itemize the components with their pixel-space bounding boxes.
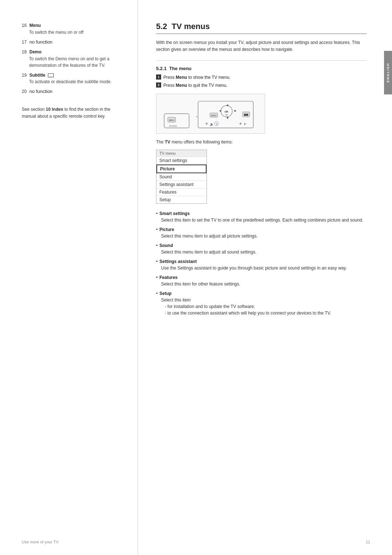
footer-right: 11	[366, 540, 370, 544]
footer-left: Use more of your TV	[22, 540, 58, 544]
bullet-dot-3: •	[156, 242, 158, 249]
svg-text:+: +	[205, 121, 208, 127]
svg-text:•: •	[196, 115, 197, 118]
item-label-20: no function	[29, 89, 53, 94]
bullet-sound: •Sound Select this menu item to adjust a…	[156, 242, 367, 255]
section-title: 5.2 TV menus	[156, 22, 367, 34]
svg-text:✕: ✕	[216, 123, 218, 126]
bullet-title-4: Settings assistant	[159, 259, 197, 264]
svg-text:+: +	[239, 121, 242, 127]
step-text-1: Press Menu to show the TV menu.	[163, 74, 230, 81]
left-column: 16 Menu To switch the menu on or off 17 …	[0, 0, 138, 555]
item-number-17: 17	[22, 40, 26, 45]
bullet-picture: •Picture Select this menu item to adjust…	[156, 226, 367, 239]
svg-text:▲: ▲	[226, 103, 229, 107]
menu-row-picture: Picture	[156, 165, 207, 173]
list-item-20: 20 no function	[22, 88, 123, 95]
bullet-desc-3: Select this menu item to adjust all soun…	[161, 249, 367, 255]
tv-menu-offer-text: The TV menu offers the following items:	[156, 139, 367, 145]
item-number-19: 19	[22, 73, 26, 78]
tv-menu-box: TV menu Smart settings Picture Sound Set…	[156, 150, 207, 204]
subsection-heading: The menu	[169, 66, 191, 71]
svg-text:⬛⬛: ⬛⬛	[244, 114, 249, 116]
item-desc-19: To activate or deactivate the subtitle m…	[29, 78, 123, 85]
list-item-16: 16 Menu To switch the menu on or off	[22, 22, 123, 36]
svg-text:MENU: MENU	[169, 119, 175, 121]
item-label-18: Demo	[29, 49, 41, 54]
bullet-desc-4: Use the Settings assistant to guide you …	[161, 265, 367, 271]
bullet-desc-5: Select this item for other feature setti…	[161, 281, 367, 287]
step-num-2: 2	[156, 82, 161, 88]
bullet-dot-5: •	[156, 274, 158, 281]
menu-row-header: TV menu	[156, 150, 207, 157]
bullet-desc-1: Select this item to set the TV to one of…	[161, 217, 367, 223]
svg-text:BROWSE: BROWSE	[169, 126, 177, 127]
subsection-title: 5.2.1 The menu	[156, 66, 367, 71]
bullet-title-6: Setup	[159, 291, 171, 296]
bullet-dot-6: •	[156, 290, 158, 297]
bullet-dot-1: •	[156, 210, 158, 217]
bullet-desc-2: Select this menu item to adjust all pict…	[161, 233, 367, 239]
divider	[156, 60, 367, 61]
menu-row-features: Features	[156, 189, 207, 196]
svg-text:▼: ▼	[226, 116, 229, 120]
menu-row-sound: Sound	[156, 173, 207, 181]
item-number-18: 18	[22, 49, 26, 54]
bullet-dot-4: •	[156, 258, 158, 265]
step-num-1: 1	[156, 74, 161, 80]
item-desc-18: To switch the Demo menu on and to get a …	[29, 56, 123, 69]
right-column: 5.2 TV menus With the on screen menus yo…	[138, 0, 392, 555]
bullet-dot-2: •	[156, 226, 158, 233]
menu-row-smart-settings: Smart settings	[156, 157, 207, 165]
svg-text:P: P	[244, 123, 246, 126]
remote-illustration: MENU BROWSE OK list ◄ ► ▲ ▼ • MENU	[156, 94, 265, 134]
svg-text:OK: OK	[225, 110, 228, 113]
svg-text:►: ►	[234, 109, 237, 113]
item-number-16: 16	[22, 23, 26, 28]
footer: Use more of your TV 11	[22, 540, 370, 544]
step-text-2: Press Menu to quit the TV menu.	[163, 82, 228, 89]
subtitle-icon: ...	[48, 73, 54, 77]
bullet-title-1: Smart settings	[159, 211, 189, 216]
bullet-title-2: Picture	[159, 227, 174, 232]
side-tab: ENGLISH	[384, 51, 392, 94]
menu-row-settings-assistant: Settings assistant	[156, 181, 207, 189]
section-number: 5.2	[156, 22, 167, 31]
bullet-settings-assistant: •Settings assistant Use the Settings ass…	[156, 258, 367, 271]
bullet-title-3: Sound	[159, 243, 173, 248]
section-heading: TV menus	[172, 22, 210, 31]
list-item-18: 18 Demo To switch the Demo menu on and t…	[22, 48, 123, 69]
step-1: 1 Press Menu to show the TV menu.	[156, 74, 367, 81]
bullet-features: •Features Select this item for other fea…	[156, 274, 367, 287]
side-tab-label: ENGLISH	[386, 63, 390, 82]
section-intro: With the on screen menus you install you…	[156, 39, 367, 53]
bullet-title-5: Features	[159, 275, 177, 280]
item-number-20: 20	[22, 89, 26, 94]
bullet-desc-setup-intro: Select this item	[161, 297, 367, 303]
bullet-desc-setup-dash-1: - for installation and to update the TV …	[165, 303, 367, 310]
bullet-smart-settings: •Smart settings Select this item to set …	[156, 210, 367, 223]
list-item-19: 19 Subtitle ... To activate or deactivat…	[22, 72, 123, 85]
menu-row-setup: Setup	[156, 196, 207, 203]
item-desc-16: To switch the menu on or off	[29, 29, 123, 36]
bullet-setup: •Setup Select this item - for installati…	[156, 290, 367, 316]
list-item-17: 17 no function	[22, 39, 123, 46]
svg-text:◄: ◄	[219, 109, 222, 113]
item-label-19: Subtitle	[29, 73, 45, 78]
left-note: See section 10 Index to find the section…	[22, 106, 123, 120]
bullet-desc-setup-dash-2: - to use the connection assistant which …	[165, 310, 367, 316]
svg-text:MENU: MENU	[211, 115, 217, 117]
step-2: 2 Press Menu to quit the TV menu.	[156, 82, 367, 89]
item-label-16: Menu	[29, 23, 41, 28]
subsection-number: 5.2.1	[156, 66, 167, 71]
svg-text:🔉: 🔉	[210, 122, 214, 127]
item-label-17: no function	[29, 39, 53, 45]
